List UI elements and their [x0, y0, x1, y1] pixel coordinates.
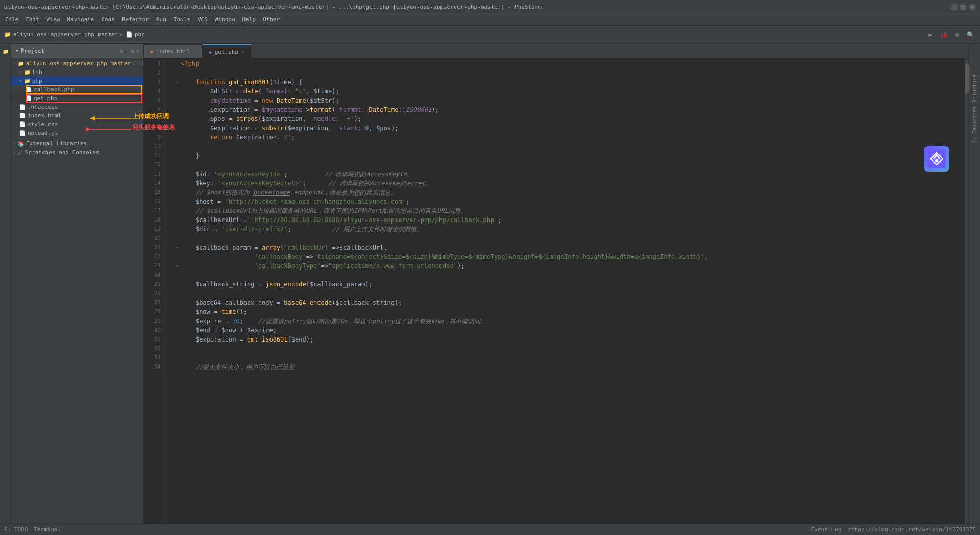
scrollbar-thumb[interactable] [965, 63, 969, 94]
close-button[interactable]: ✕ [969, 4, 976, 11]
tree-htaccess-icon: 📄 [19, 104, 26, 110]
code-line-13: $id= '<yourAccessKeyId>'; // 请填写您的Access… [174, 169, 965, 179]
terminal-button[interactable]: Terminal [34, 526, 61, 533]
left-sidebar: 📁 [0, 44, 11, 524]
tree-root[interactable]: ▾ 📁 aliyun-oss-appserver-php-master C:\U… [11, 59, 143, 68]
code-line-22: 'callbackBody'=>'filename=${object}&size… [174, 252, 965, 261]
menu-run[interactable]: Run [153, 15, 169, 24]
code-text-26 [181, 289, 965, 298]
code-text-12 [181, 160, 965, 169]
event-log-button[interactable]: Event Log [811, 526, 842, 533]
tab-get-php-close[interactable]: ✕ [241, 49, 244, 54]
tab-index-html-close[interactable]: ✕ [193, 49, 195, 54]
code-line-11: } [174, 151, 965, 160]
code-text-25: $callback_string = json_encode($callback… [181, 280, 965, 289]
editor-scrollbar[interactable] [965, 58, 969, 524]
menu-vcs[interactable]: VCS [194, 15, 211, 24]
menu-view[interactable]: View [43, 15, 63, 24]
fold-23[interactable]: ▾ [174, 261, 181, 271]
code-text-6: $expiration = $mydatetime->format( forma… [181, 105, 965, 114]
favorites-label[interactable]: 2: Favorites [972, 106, 977, 143]
tree-style-css[interactable]: 📄 style.css [11, 120, 143, 129]
code-line-30: $end = $now + $expire; [174, 326, 965, 335]
menu-edit[interactable]: Edit [23, 15, 43, 24]
project-tool-expand[interactable]: ⊞ [131, 47, 134, 54]
code-text-5: $mydatetime = new DateTime($dtStr); [181, 96, 965, 105]
tab-get-php-label: get.php [215, 48, 238, 55]
run-button[interactable]: ▶ [925, 29, 936, 40]
project-tools: ⚙ ≡ ⊞ ✕ [120, 47, 140, 54]
code-line-25: $callback_string = json_encode($callback… [174, 280, 965, 289]
debug-button[interactable]: 🐞 [938, 29, 949, 40]
code-text-1: <?php [181, 59, 965, 68]
tree-root-name: aliyun-oss-appserver-php-master [26, 60, 131, 67]
project-header-dropdown[interactable]: ▾ [15, 47, 19, 54]
tree-scratches-name: Scratches and Consoles [25, 149, 100, 156]
menu-tools[interactable]: Tools [170, 15, 193, 24]
code-line-32 [174, 344, 965, 353]
code-line-8: $expiration = substr($expiration, start:… [174, 124, 965, 133]
settings-button[interactable]: ⚙ [951, 29, 963, 40]
code-text-14: $key= '<yourAccessKeySecret>'; // 请填写您的A… [181, 179, 965, 188]
code-line-19: $dir = 'user-dir-prefix/'; // 用户上传文件时指定的… [174, 225, 965, 234]
code-text-7: $pos = strpos($expiration, needle: '+'); [181, 114, 965, 124]
code-line-27: $base64_callback_body = base64_encode($c… [174, 298, 965, 307]
code-line-21: ▾ $callback_param = array('callbackUrl'=… [174, 243, 965, 252]
project-tool-sort[interactable]: ≡ [125, 47, 129, 54]
code-line-12 [174, 160, 965, 169]
structure-label[interactable]: Structure [972, 75, 977, 102]
menu-refactor[interactable]: Refactor [119, 15, 152, 24]
code-text-23: 'callbackBodyType'=>"application/x-www-f… [181, 261, 965, 271]
code-text-17: // $callbackUrl为上传回调服务器的URL，请将下面的IP和Port… [181, 206, 965, 215]
tree-get-php[interactable]: 📄 get.php [11, 94, 143, 103]
project-tool-gear[interactable]: ⚙ [120, 47, 124, 54]
toolbar-file-name[interactable]: php [135, 31, 145, 38]
menu-window[interactable]: Window [212, 15, 238, 24]
tree-upload-js[interactable]: 📄 upload.js [11, 129, 143, 137]
phpstorm-logo-svg [927, 150, 946, 168]
tree-ext-icon: 📚 [18, 141, 24, 147]
code-view[interactable]: <?php ▾ function gmt_iso8601($time) { [165, 58, 965, 524]
menu-code[interactable]: Code [98, 15, 118, 24]
code-text-19: $dir = 'user-dir-prefix/'; // 用户上传文件时指定的… [181, 225, 965, 234]
code-line-5: $mydatetime = new DateTime($dtStr); [174, 96, 965, 105]
maximize-button[interactable]: □ [960, 4, 967, 11]
fold-21[interactable]: ▾ [174, 243, 181, 252]
menu-other[interactable]: Other [260, 15, 283, 24]
menu-help[interactable]: Help [239, 15, 259, 24]
tab-get-php[interactable]: ◆ get.php ✕ [203, 44, 251, 58]
tree-htaccess[interactable]: 📄 .htaccess [11, 103, 143, 111]
tree-scratches[interactable]: ▶ 🖊 Scratches and Consoles [11, 148, 143, 157]
code-line-14: $key= '<yourAccessKeySecret>'; // 请填写您的A… [174, 179, 965, 188]
code-text-33 [181, 353, 965, 362]
minimize-button[interactable]: ─ [950, 4, 958, 11]
tab-index-html-label: index.html [156, 48, 190, 55]
tabs-bar: ◆ index.html ✕ ◆ get.php ✕ [144, 44, 969, 58]
tree-style-css-icon: 📄 [19, 121, 26, 127]
code-line-33 [174, 353, 965, 362]
tree-index-html[interactable]: 📄 index.html [11, 111, 143, 120]
menu-navigate[interactable]: Navigate [64, 15, 97, 24]
window-controls[interactable]: ─ □ ✕ [950, 4, 976, 11]
structure-panel: Structure 2: Favorites [969, 44, 980, 524]
menu-file[interactable]: File [2, 15, 22, 24]
tab-index-html[interactable]: ◆ index.html ✕ [144, 44, 203, 58]
toolbar-project-name[interactable]: aliyun-oss-appserver-php-master [13, 31, 118, 38]
code-text-34: //最大文件大小，用户可以自己设置 [181, 362, 965, 372]
tree-lib-name: lib [32, 69, 42, 76]
fold-3[interactable]: ▾ [174, 78, 181, 87]
tree-external-libraries[interactable]: ▶ 📚 External Libraries [11, 139, 143, 148]
todo-button[interactable]: 6: TODO [4, 526, 28, 533]
tree-callback-php[interactable]: 📄 callback.php [11, 85, 143, 94]
search-button[interactable]: 🔍 [965, 29, 976, 40]
editor-content[interactable]: 12345 678910 1112131415 1617181920 21222… [144, 58, 969, 524]
code-line-2 [174, 68, 965, 78]
code-text-24 [181, 271, 965, 280]
tree-htaccess-name: .htaccess [28, 104, 58, 110]
sidebar-project-tool[interactable]: 📁 [1, 46, 11, 56]
tree-php-folder[interactable]: ▾ 📁 php [11, 77, 143, 85]
project-tool-close[interactable]: ✕ [136, 47, 139, 54]
tree-php-folder-icon: 📁 [24, 78, 30, 84]
code-line-18: $callbackUrl = 'http://88.88.88.88:8888/… [174, 215, 965, 225]
tree-lib[interactable]: ▶ 📁 lib [11, 68, 143, 77]
